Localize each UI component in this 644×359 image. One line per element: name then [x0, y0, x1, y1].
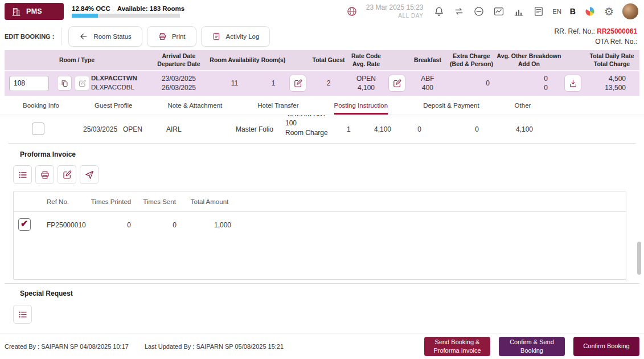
send-paper-plane-icon	[84, 170, 95, 180]
edit-icon	[293, 79, 303, 88]
footer-bar: Created By : SAIPARN SP 04/08/2025 10:17…	[0, 333, 644, 359]
bar-chart-icon[interactable]	[513, 6, 524, 17]
current-datetime: 23 Mar 2025 15:23	[366, 3, 424, 13]
totals-cell: 4,500 13,500	[584, 74, 639, 92]
room-type-cell: DLXPACCTWN DLXPACCDBL	[91, 74, 149, 92]
proforma-invoice-title: Proforma Invoice	[20, 150, 644, 158]
proforma-toolbar	[13, 165, 644, 184]
arrival-date: 23/03/2025	[149, 74, 208, 83]
proforma-col-times-printed: Times Printed	[85, 198, 137, 205]
tab-other[interactable]: Other	[515, 102, 531, 115]
occupancy-text: 12.84% OCC Available: 183 Rooms	[72, 5, 180, 12]
settings-gear-icon[interactable]: ⚙	[604, 6, 614, 17]
tab-booking-info[interactable]: Booking Info	[23, 102, 59, 115]
bold-b-badge[interactable]: B	[570, 7, 576, 16]
special-request-title: Special Request	[20, 289, 644, 297]
edit-room-button[interactable]	[75, 76, 89, 91]
room-status-label: Room Status	[93, 33, 131, 40]
total-charge-value: 13,500	[584, 83, 626, 92]
do-not-disturb-icon[interactable]	[473, 6, 485, 17]
apply-addon-button[interactable]	[564, 75, 581, 92]
rr-ref-line: RR. Ref. No.: RR25000061	[555, 26, 637, 36]
special-request-list-button[interactable]	[13, 305, 32, 324]
proforma-ref-no: FP25000010	[40, 221, 85, 229]
app-name: PMS	[26, 7, 42, 15]
proforma-row: FP25000010 0 0 1,000	[14, 212, 626, 238]
proforma-print-button[interactable]	[35, 165, 54, 184]
col-arrival-departure: Arrival Date Departure Date	[149, 52, 208, 68]
notification-bell-icon[interactable]	[433, 6, 445, 17]
proforma-send-button[interactable]	[80, 165, 99, 184]
tab-guest-profile[interactable]: Guest Profile	[95, 102, 132, 115]
tab-note-attachment[interactable]: Note & Attachment	[167, 102, 222, 115]
proforma-edit-button[interactable]	[58, 165, 76, 184]
day-mode-label: ALL DAY	[366, 12, 424, 19]
edit-rate-button[interactable]	[388, 75, 405, 92]
print-label: Print	[172, 33, 186, 40]
proforma-list-button[interactable]	[13, 165, 32, 184]
room-type-primary: DLXPACCTWN	[91, 74, 149, 83]
booking-table-header: Room / Type Arrival Date Departure Date …	[5, 50, 639, 71]
activity-log-button[interactable]: Activity Log	[201, 26, 270, 47]
col-rooms: Room(s)	[261, 56, 286, 64]
proforma-times-sent: 0	[137, 221, 182, 229]
line-chart-icon[interactable]	[493, 6, 504, 17]
occupancy-summary: 12.84% OCC Available: 183 Rooms	[72, 5, 180, 18]
print-button[interactable]: Print	[147, 26, 196, 47]
report-form-icon[interactable]	[533, 6, 544, 17]
avg-other-breakdown-value: 0	[497, 74, 548, 83]
room-status-button[interactable]: Room Status	[68, 26, 142, 47]
edit-rate-cell	[385, 75, 409, 92]
proforma-checkbox-cell	[14, 218, 40, 232]
proforma-col-times-sent: Times Sent	[137, 198, 182, 205]
created-by-text: Created By : SAIPARN SP 04/08/2025 10:17	[5, 343, 129, 350]
col-total-guest: Total Guest	[310, 56, 347, 64]
posting-charge-cell: 100 Room Charge	[285, 119, 328, 138]
apply-addon-cell	[561, 75, 584, 92]
rate-cell: OPEN 4,100	[347, 74, 385, 92]
tab-posting-instruction[interactable]: Posting Instruction	[334, 102, 388, 115]
copy-room-button[interactable]	[57, 76, 72, 91]
edit-icon	[78, 79, 87, 88]
total-guest-value: 2	[310, 79, 347, 88]
proforma-table-header: Ref No. Times Printed Times Sent Total A…	[14, 191, 626, 212]
confirm-and-send-booking-button[interactable]: Confirm & Send Booking	[499, 337, 565, 356]
posting-instruction-panel: BREAKFAST 25/03/2025 OPEN AIRL Master Fo…	[0, 115, 644, 333]
room-number-input[interactable]	[9, 76, 49, 91]
posting-rate-code: OPEN	[123, 125, 142, 133]
col-rate-code: Rate Code Avg. Rate	[347, 52, 385, 68]
section-divider	[5, 283, 639, 284]
posting-charge-code: 100	[285, 119, 328, 128]
avg-other-cell: 0 0	[497, 74, 561, 92]
activity-log-label: Activity Log	[226, 33, 260, 40]
send-booking-proforma-button[interactable]: Send Booking & Proforma Invoice	[424, 337, 490, 356]
currency-exchange-icon[interactable]	[453, 6, 465, 17]
confirm-booking-button[interactable]: Confirm Booking	[573, 337, 639, 356]
color-palette-icon[interactable]	[584, 6, 596, 17]
room-type-secondary: DLXPACCDBL	[91, 83, 149, 92]
edit-rooms-button[interactable]	[289, 75, 306, 92]
available-rooms: Available: 183 Rooms	[117, 5, 184, 12]
tab-deposit-payment[interactable]: Deposit & Payment	[423, 102, 479, 115]
download-apply-icon	[568, 79, 578, 88]
vertical-scrollbar-thumb[interactable]	[637, 242, 641, 275]
col-total-daily: Total Daily Rate Total Charge	[584, 52, 639, 68]
app-logo-badge[interactable]: PMS	[5, 3, 64, 20]
proforma-total-amount: 1,000	[182, 221, 237, 229]
posting-charge-description: Room Charge	[285, 128, 328, 138]
posting-date: 25/03/2025	[83, 125, 117, 133]
posting-row: 25/03/2025 OPEN AIRL Master Folio 100 Ro…	[8, 115, 636, 144]
extra-charge-value: 0	[446, 79, 497, 88]
posting-value3: 0	[453, 125, 479, 133]
add-on-value: 0	[497, 83, 548, 92]
datetime-display: 23 Mar 2025 15:23 ALL DAY	[366, 3, 424, 20]
language-selector[interactable]: EN	[553, 8, 561, 15]
tab-hotel-transfer[interactable]: Hotel Transfer	[257, 102, 298, 115]
proforma-times-printed: 0	[85, 221, 137, 229]
reference-numbers: RR. Ref. No.: RR25000061 OTA Ref. No.:	[555, 26, 639, 47]
posting-row-checkbox[interactable]	[32, 123, 44, 135]
col-extra-charge: Extra Charge (Bed & Person)	[446, 52, 497, 68]
user-avatar[interactable]	[622, 3, 638, 19]
proforma-row-checkbox[interactable]	[18, 218, 31, 231]
globe-icon[interactable]	[346, 6, 358, 17]
